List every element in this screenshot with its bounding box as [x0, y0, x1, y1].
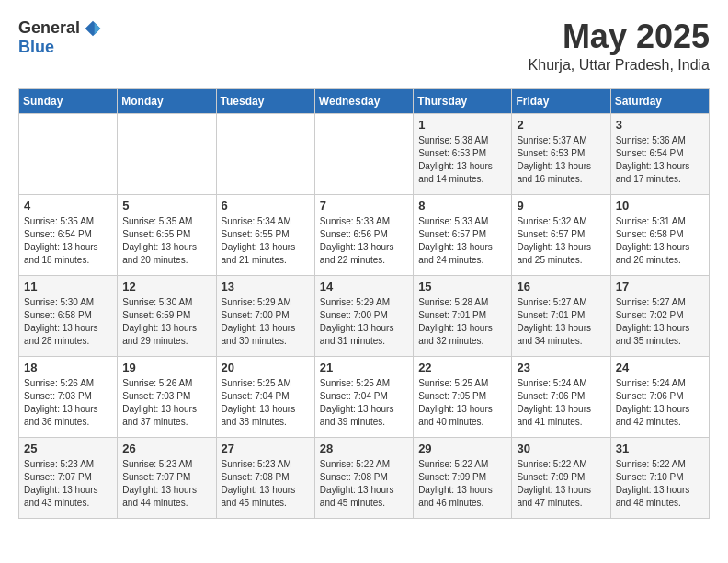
cell-content: Sunrise: 5:29 AM Sunset: 7:00 PM Dayligh… [320, 296, 408, 348]
cell-content: Sunrise: 5:23 AM Sunset: 7:07 PM Dayligh… [24, 458, 112, 510]
days-header-row: SundayMondayTuesdayWednesdayThursdayFrid… [19, 88, 710, 113]
day-number: 24 [616, 361, 704, 374]
day-number: 5 [122, 199, 210, 213]
day-number: 14 [320, 280, 408, 293]
day-header-sunday: Sunday [19, 88, 118, 113]
cell-content: Sunrise: 5:26 AM Sunset: 7:03 PM Dayligh… [24, 377, 112, 429]
cell-content: Sunrise: 5:23 AM Sunset: 7:07 PM Dayligh… [122, 458, 210, 510]
week-row-1: 1Sunrise: 5:38 AM Sunset: 6:53 PM Daylig… [19, 113, 710, 194]
calendar-cell: 26Sunrise: 5:23 AM Sunset: 7:07 PM Dayli… [118, 437, 216, 518]
calendar-cell: 15Sunrise: 5:28 AM Sunset: 7:01 PM Dayli… [414, 275, 512, 356]
header: General Blue May 2025 Khurja, Uttar Prad… [18, 18, 710, 74]
day-number: 25 [24, 442, 112, 455]
day-number: 27 [222, 442, 310, 455]
cell-content: Sunrise: 5:35 AM Sunset: 6:54 PM Dayligh… [24, 215, 112, 267]
week-row-2: 4Sunrise: 5:35 AM Sunset: 6:54 PM Daylig… [19, 194, 710, 275]
cell-content: Sunrise: 5:35 AM Sunset: 6:55 PM Dayligh… [122, 215, 210, 267]
calendar-table: SundayMondayTuesdayWednesdayThursdayFrid… [18, 88, 710, 519]
calendar-cell: 1Sunrise: 5:38 AM Sunset: 6:53 PM Daylig… [414, 113, 512, 194]
day-number: 31 [616, 442, 704, 455]
day-number: 26 [122, 442, 210, 455]
calendar-cell: 14Sunrise: 5:29 AM Sunset: 7:00 PM Dayli… [314, 275, 413, 356]
day-number: 13 [222, 280, 310, 293]
calendar-cell: 17Sunrise: 5:27 AM Sunset: 7:02 PM Dayli… [610, 275, 709, 356]
day-number: 23 [517, 361, 605, 374]
cell-content: Sunrise: 5:33 AM Sunset: 6:57 PM Dayligh… [418, 215, 506, 267]
calendar-cell: 20Sunrise: 5:25 AM Sunset: 7:04 PM Dayli… [216, 356, 314, 437]
day-number: 3 [616, 118, 704, 132]
day-number: 12 [122, 280, 210, 293]
calendar-cell: 3Sunrise: 5:36 AM Sunset: 6:54 PM Daylig… [610, 113, 709, 194]
cell-content: Sunrise: 5:25 AM Sunset: 7:04 PM Dayligh… [222, 377, 310, 429]
cell-content: Sunrise: 5:25 AM Sunset: 7:04 PM Dayligh… [320, 377, 408, 429]
day-number: 4 [24, 199, 112, 213]
calendar-cell: 12Sunrise: 5:30 AM Sunset: 6:59 PM Dayli… [118, 275, 216, 356]
cell-content: Sunrise: 5:32 AM Sunset: 6:57 PM Dayligh… [517, 215, 605, 267]
logo-icon [84, 19, 102, 38]
cell-content: Sunrise: 5:22 AM Sunset: 7:08 PM Dayligh… [320, 458, 408, 510]
calendar-cell: 13Sunrise: 5:29 AM Sunset: 7:00 PM Dayli… [216, 275, 314, 356]
month-title: May 2025 [529, 18, 710, 55]
day-number: 11 [24, 280, 112, 293]
calendar-cell: 9Sunrise: 5:32 AM Sunset: 6:57 PM Daylig… [512, 194, 610, 275]
cell-content: Sunrise: 5:24 AM Sunset: 7:06 PM Dayligh… [517, 377, 605, 429]
cell-content: Sunrise: 5:22 AM Sunset: 7:09 PM Dayligh… [517, 458, 605, 510]
day-number: 30 [517, 442, 605, 455]
day-number: 8 [418, 199, 506, 213]
day-number: 18 [24, 361, 112, 374]
calendar-cell: 27Sunrise: 5:23 AM Sunset: 7:08 PM Dayli… [216, 437, 314, 518]
calendar-cell: 28Sunrise: 5:22 AM Sunset: 7:08 PM Dayli… [314, 437, 413, 518]
cell-content: Sunrise: 5:31 AM Sunset: 6:58 PM Dayligh… [616, 215, 704, 267]
day-number: 21 [320, 361, 408, 374]
day-number: 6 [222, 199, 310, 213]
day-number: 17 [616, 280, 704, 293]
day-number: 15 [418, 280, 506, 293]
cell-content: Sunrise: 5:22 AM Sunset: 7:10 PM Dayligh… [616, 458, 704, 510]
logo-blue-text: Blue [18, 38, 54, 57]
calendar-cell: 19Sunrise: 5:26 AM Sunset: 7:03 PM Dayli… [118, 356, 216, 437]
calendar-cell: 10Sunrise: 5:31 AM Sunset: 6:58 PM Dayli… [610, 194, 709, 275]
day-number: 22 [418, 361, 506, 374]
day-number: 10 [616, 199, 704, 213]
cell-content: Sunrise: 5:30 AM Sunset: 6:58 PM Dayligh… [24, 296, 112, 348]
calendar-cell: 23Sunrise: 5:24 AM Sunset: 7:06 PM Dayli… [512, 356, 610, 437]
cell-content: Sunrise: 5:25 AM Sunset: 7:05 PM Dayligh… [418, 377, 506, 429]
calendar-cell: 30Sunrise: 5:22 AM Sunset: 7:09 PM Dayli… [512, 437, 610, 518]
calendar-cell: 29Sunrise: 5:22 AM Sunset: 7:09 PM Dayli… [414, 437, 512, 518]
day-number: 2 [517, 118, 605, 132]
logo-general-text: General [18, 18, 80, 38]
calendar-cell [216, 113, 314, 194]
calendar-cell [314, 113, 413, 194]
title-area: May 2025 Khurja, Uttar Pradesh, India [529, 18, 710, 74]
cell-content: Sunrise: 5:29 AM Sunset: 7:00 PM Dayligh… [222, 296, 310, 348]
calendar-cell: 11Sunrise: 5:30 AM Sunset: 6:58 PM Dayli… [19, 275, 118, 356]
calendar-cell: 25Sunrise: 5:23 AM Sunset: 7:07 PM Dayli… [19, 437, 118, 518]
day-number: 29 [418, 442, 506, 455]
cell-content: Sunrise: 5:22 AM Sunset: 7:09 PM Dayligh… [418, 458, 506, 510]
day-header-monday: Monday [118, 88, 216, 113]
cell-content: Sunrise: 5:36 AM Sunset: 6:54 PM Dayligh… [616, 134, 704, 186]
location-title: Khurja, Uttar Pradesh, India [529, 57, 710, 74]
calendar-cell: 8Sunrise: 5:33 AM Sunset: 6:57 PM Daylig… [414, 194, 512, 275]
calendar-cell: 31Sunrise: 5:22 AM Sunset: 7:10 PM Dayli… [610, 437, 709, 518]
cell-content: Sunrise: 5:38 AM Sunset: 6:53 PM Dayligh… [418, 134, 506, 186]
day-header-saturday: Saturday [610, 88, 709, 113]
svg-marker-1 [95, 22, 101, 34]
cell-content: Sunrise: 5:34 AM Sunset: 6:55 PM Dayligh… [222, 215, 310, 267]
cell-content: Sunrise: 5:27 AM Sunset: 7:02 PM Dayligh… [616, 296, 704, 348]
calendar-cell: 21Sunrise: 5:25 AM Sunset: 7:04 PM Dayli… [314, 356, 413, 437]
calendar-cell [118, 113, 216, 194]
calendar-cell: 7Sunrise: 5:33 AM Sunset: 6:56 PM Daylig… [314, 194, 413, 275]
calendar-cell [19, 113, 118, 194]
calendar-cell: 24Sunrise: 5:24 AM Sunset: 7:06 PM Dayli… [610, 356, 709, 437]
cell-content: Sunrise: 5:27 AM Sunset: 7:01 PM Dayligh… [517, 296, 605, 348]
cell-content: Sunrise: 5:30 AM Sunset: 6:59 PM Dayligh… [122, 296, 210, 348]
cell-content: Sunrise: 5:26 AM Sunset: 7:03 PM Dayligh… [122, 377, 210, 429]
calendar-cell: 6Sunrise: 5:34 AM Sunset: 6:55 PM Daylig… [216, 194, 314, 275]
day-number: 28 [320, 442, 408, 455]
cell-content: Sunrise: 5:28 AM Sunset: 7:01 PM Dayligh… [418, 296, 506, 348]
week-row-3: 11Sunrise: 5:30 AM Sunset: 6:58 PM Dayli… [19, 275, 710, 356]
cell-content: Sunrise: 5:33 AM Sunset: 6:56 PM Dayligh… [320, 215, 408, 267]
calendar-cell: 16Sunrise: 5:27 AM Sunset: 7:01 PM Dayli… [512, 275, 610, 356]
day-header-wednesday: Wednesday [314, 88, 413, 113]
